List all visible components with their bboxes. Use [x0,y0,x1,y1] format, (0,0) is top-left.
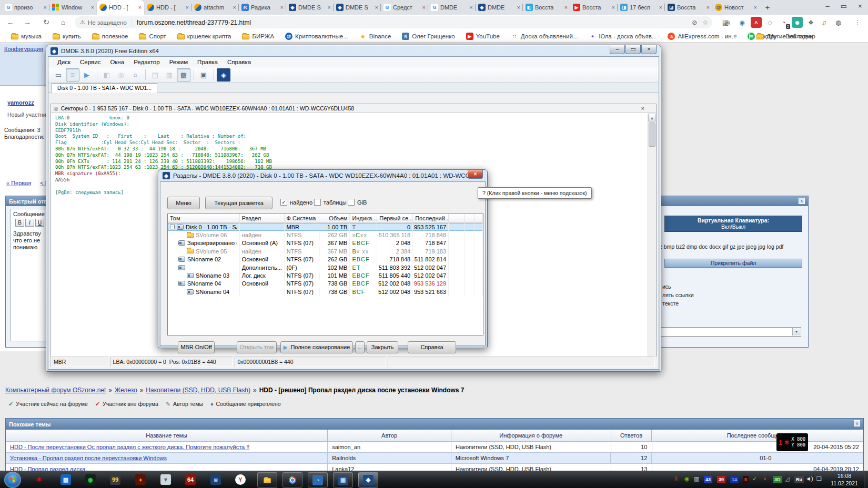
tab-close-icon[interactable]: × [186,4,189,11]
dialog-close-button[interactable]: × [468,170,483,179]
menu-диск[interactable]: Диск [53,58,75,66]
browser-tab[interactable]: Window× [49,0,97,15]
bookmark-star-icon[interactable]: ☆ [702,19,708,26]
bookmark-item[interactable]: полезное [92,33,128,39]
bookmark-item[interactable]: Спорт [139,33,166,39]
bookmark-item[interactable]: @Криптовалютные... [285,33,348,40]
menu-правка[interactable]: Правка [193,58,223,66]
collapse-panel-icon[interactable]: ∧ [799,198,805,204]
select-disk-button[interactable]: ▭ [52,68,65,82]
browser-tab[interactable]: HDD - [× [97,0,144,15]
scrollbar-thumb[interactable] [649,123,655,147]
breadcrumb-link[interactable]: Железо [115,387,137,394]
checkbox-найдено[interactable]: ✓найдено [280,199,312,206]
browser-tab[interactable]: ◈DMDE× [476,0,523,15]
menu-редактор[interactable]: Редактор [129,58,165,66]
temp-badge-39[interactable]: 39 [717,476,725,483]
forward-icon[interactable]: → [21,16,34,29]
tab-close-icon[interactable]: × [659,4,662,11]
bloody-hand-app-icon[interactable]: ✶ [32,473,46,486]
tab-close-icon[interactable]: × [612,4,615,11]
wheel-extension-icon[interactable]: ◎ [722,17,733,28]
scroll-up-icon[interactable]: ▲ [648,114,656,121]
panel-close-icon[interactable]: × [641,105,644,111]
new-tab-button[interactable]: + [762,2,773,13]
tab-close-icon[interactable]: × [375,4,378,11]
music-queue-extension-icon[interactable]: ♫ [819,17,830,28]
usb-safely-remove-icon[interactable]: ✓ [752,475,757,482]
bookmark-item[interactable]: ▶YouTube [466,33,500,40]
network-tray-icon[interactable]: ❏ [816,475,822,482]
menu-окна[interactable]: Окна [105,58,129,66]
partitions-button[interactable]: ≡ [66,68,79,82]
reload-icon[interactable]: ↻ [40,16,53,29]
bookmark-item[interactable]: кршелек крипта [177,33,231,39]
bookmark-item[interactable]: музыка [11,33,42,39]
temp-badge-43[interactable]: 43 [704,476,712,483]
tab-close-icon[interactable]: × [422,4,426,11]
nvidia-tray-icon[interactable]: ◉ [684,475,690,482]
bookmark-item[interactable]: КОлег Грищенко [402,33,455,40]
partition-row[interactable]: SNoname 02ОсновнойNTFS (07)262 GBEBCF718… [168,256,483,263]
bookmark-item[interactable]: купить [53,33,81,39]
partition-row[interactable]: SNoname 04ОсновнойNTFS (07)738 GBEBCF512… [168,280,483,288]
tab-close-icon[interactable]: × [233,4,236,11]
temp-badge-0[interactable]: 0 [743,476,749,483]
menu-сервис[interactable]: Сервис [75,58,105,66]
back-icon[interactable]: ← [4,16,17,29]
tab-close-icon[interactable]: × [517,4,520,11]
attach-file-button[interactable]: Прикрепить файл [664,259,802,268]
browser-tab[interactable]: HDD - [× [144,0,191,15]
window-minimize-button[interactable]: – [820,0,835,14]
partitions-table[interactable]: ТомРазделФ.СистемаОбъемИндика...Первый с… [167,214,483,336]
home-icon[interactable]: ⌂ [57,16,69,29]
browser-tab[interactable]: ◈DMDE S× [286,0,334,15]
window-maximize-button[interactable]: ▭ [836,0,852,14]
shield-extension-icon[interactable]: ◇ [764,17,775,28]
partitions-title-bar[interactable]: ◈ Разделы - DMDE 3.8.0 (2020) - Disk 0 -… [158,170,487,181]
format-b-button[interactable]: B [15,219,24,227]
tab-close-icon[interactable]: × [564,4,568,11]
browser-tab[interactable]: Gпроизо× [2,0,49,15]
camera-extension-icon[interactable]: ◉ [792,17,803,28]
more-button[interactable]: ... [355,341,365,353]
pager-first-link[interactable]: « Первая [6,180,31,186]
other-bookmarks-button[interactable]: Другие закладки [756,30,813,43]
monitor-tray-icon[interactable]: ▥ [694,475,699,482]
partition-row[interactable]: SVolume 06найденNTFS262 GBx C xx-510 365… [168,231,483,239]
topic-title-link[interactable]: HDD - После переустановки Ос пропал разд… [10,444,249,450]
format-u-button[interactable]: U [35,219,44,227]
menu-режим[interactable]: Режим [165,58,193,66]
windows-cascade-button[interactable]: ▣ [197,68,210,82]
language-indicator[interactable]: Ru [794,476,804,483]
ccleaner-tray-icon[interactable]: ◑ [763,475,766,482]
tab-close-icon[interactable]: × [91,4,94,11]
eye-off-icon[interactable]: ⊘ [692,19,697,26]
address-bar[interactable]: ⚠ Не защищено forum.oszone.net/thread-23… [75,16,712,28]
browser-tab[interactable]: ◨17 бесп× [618,0,665,15]
adobe-pdf-extension-icon[interactable]: A [751,17,762,28]
window-close-button[interactable]: × [852,0,868,14]
phone-dialer-app-icon[interactable]: ▦ [59,473,73,486]
browser-tab[interactable]: attachm× [191,0,239,15]
help-button[interactable]: Справка [408,341,456,353]
temp-badge-14[interactable]: 14 [730,476,739,483]
breadcrumb-link[interactable]: Компьютерный форум OSzone.net [5,387,106,394]
remote-desktop-app-icon[interactable]: ▣ [333,472,353,487]
browser-tab[interactable]: ◪Восста× [665,0,712,15]
browser-tab[interactable]: GСредст× [381,0,428,15]
virtual-keyboard-toggle[interactable]: Виртуальная Клавиатура: Вкл/Выкл [664,216,802,232]
expander-icon[interactable]: − [170,225,175,229]
menu-button[interactable]: Меню [167,197,200,209]
browser-tab[interactable]: RРадика× [239,0,286,15]
partition-row[interactable]: SNoname 03Лог. дискNTFS (07)101 MBEBCF51… [168,271,483,279]
topic-title-link[interactable]: Установка - Пропал раздел после переуста… [10,455,167,461]
current-layout-button[interactable]: Текущая разметка [205,197,272,209]
security-label[interactable]: Не защищено [88,19,127,26]
menu-справка[interactable]: Справка [223,58,256,66]
collapse-panel-icon[interactable]: ∧ [854,420,860,426]
archive-app-icon[interactable]: ▼ [159,473,173,486]
taskbar-clock[interactable]: 16:08 11.02.2021 [827,472,862,487]
partition-row[interactable]: Зарезервировано сист...Основной (A)NTFS … [168,239,483,247]
antivirus-tray-icon[interactable]: § [674,475,678,482]
